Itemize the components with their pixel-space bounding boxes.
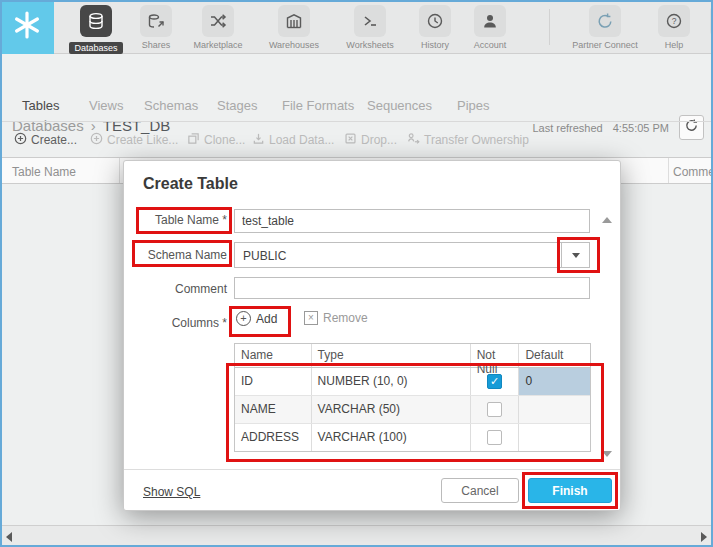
plus-circle-icon: +	[236, 311, 251, 326]
horizontal-scrollbar[interactable]	[0, 525, 713, 547]
create-like-button[interactable]: Create Like...	[90, 131, 178, 149]
scroll-down-icon[interactable]	[602, 451, 612, 457]
cell-name[interactable]: ID	[235, 368, 312, 395]
not-null-checkbox[interactable]: ✓	[487, 374, 502, 389]
nav-label-worksheets: Worksheets	[342, 40, 398, 50]
top-nav-bar: Databases Shares Marketplace Warehouses	[0, 0, 713, 54]
finish-button[interactable]: Finish	[528, 478, 612, 503]
tab-views[interactable]: Views	[89, 98, 123, 113]
column-header-comment[interactable]: Comment	[673, 165, 713, 179]
load-data-button[interactable]: Load Data...	[252, 131, 334, 149]
cancel-button[interactable]: Cancel	[441, 478, 519, 503]
nav-label-databases: Databases	[69, 42, 122, 54]
columns-grid-header: Name Type Not Null Default	[235, 344, 590, 368]
scroll-up-icon[interactable]	[602, 217, 612, 223]
comment-label: Comment	[132, 282, 227, 296]
grid-header-default[interactable]: Default	[519, 344, 590, 367]
marketplace-icon	[202, 5, 234, 37]
schema-name-label: Schema Name	[132, 248, 227, 262]
cell-default-selected[interactable]: 0	[519, 368, 590, 395]
column-row-address: ADDRESS VARCHAR (100)	[235, 424, 590, 451]
transfer-ownership-button[interactable]: Transfer Ownership	[407, 131, 529, 149]
grid-header-type[interactable]: Type	[312, 344, 471, 367]
add-column-label: Add	[256, 312, 277, 326]
nav-item-partial[interactable]	[698, 5, 713, 37]
breadcrumb-bar: Databases›TEST_DB Last refreshed4:55:05 …	[0, 54, 713, 88]
topbar-divider	[549, 9, 550, 45]
cell-not-null	[471, 396, 520, 423]
columns-label: Columns *	[132, 316, 227, 330]
create-button[interactable]: Create...	[14, 131, 77, 149]
tab-tables[interactable]: Tables	[22, 98, 60, 113]
cell-default[interactable]	[519, 424, 590, 451]
nav-item-account[interactable]: Account	[462, 5, 518, 50]
remove-column-label: Remove	[323, 311, 368, 325]
grid-header-not-null[interactable]: Not Null	[471, 344, 520, 367]
create-like-button-label: Create Like...	[107, 133, 178, 147]
account-icon	[474, 5, 506, 37]
snowflake-icon	[10, 8, 44, 46]
column-header-table-name[interactable]: Table Name	[12, 165, 76, 179]
clone-button[interactable]: Clone...	[187, 131, 245, 149]
table-actions-toolbar: Create... Create Like... Clone... Load D…	[0, 122, 713, 157]
nav-item-databases[interactable]: Databases	[68, 5, 124, 55]
column-divider	[119, 158, 120, 183]
table-name-input[interactable]	[234, 209, 590, 233]
columns-grid: Name Type Not Null Default ID NUMBER (10…	[234, 343, 591, 452]
tab-sequences[interactable]: Sequences	[367, 98, 432, 113]
transfer-ownership-button-label: Transfer Ownership	[424, 133, 529, 147]
shares-icon	[140, 5, 172, 37]
comment-input[interactable]	[234, 277, 590, 299]
schema-dropdown-button[interactable]	[561, 243, 589, 267]
nav-label-marketplace: Marketplace	[190, 40, 246, 50]
cell-name[interactable]: ADDRESS	[235, 424, 312, 451]
nav-item-history[interactable]: History	[407, 5, 463, 50]
tab-pipes[interactable]: Pipes	[457, 98, 490, 113]
remove-column-button[interactable]: × Remove	[304, 311, 368, 325]
cell-type[interactable]: VARCHAR (50)	[312, 396, 471, 423]
scroll-right-icon[interactable]	[701, 532, 707, 542]
grid-header-name[interactable]: Name	[235, 344, 312, 367]
table-name-label: Table Name *	[132, 213, 227, 227]
nav-item-help[interactable]: ? Help	[646, 5, 702, 50]
create-button-label: Create...	[31, 133, 77, 147]
drop-button[interactable]: Drop...	[344, 131, 397, 149]
load-data-button-label: Load Data...	[269, 133, 334, 147]
show-sql-link[interactable]: Show SQL	[143, 485, 200, 499]
object-tabs: Tables Views Schemas Stages File Formats…	[0, 88, 713, 122]
clone-icon	[187, 132, 200, 148]
cell-default[interactable]	[519, 396, 590, 423]
plus-circle-icon	[90, 132, 103, 148]
not-null-checkbox[interactable]	[487, 430, 502, 445]
snowflake-logo[interactable]	[0, 0, 54, 54]
add-column-button[interactable]: + Add	[236, 311, 277, 326]
nav-item-shares[interactable]: Shares	[128, 5, 184, 50]
nav-item-warehouses[interactable]: Warehouses	[266, 5, 322, 50]
nav-item-worksheets[interactable]: Worksheets	[342, 5, 398, 50]
nav-label-account: Account	[462, 40, 518, 50]
cell-type[interactable]: VARCHAR (100)	[312, 424, 471, 451]
not-null-checkbox[interactable]	[487, 402, 502, 417]
cell-not-null: ✓	[471, 368, 520, 395]
drop-icon	[344, 132, 357, 148]
cell-name[interactable]: NAME	[235, 396, 312, 423]
nav-item-partner-connect[interactable]: Partner Connect	[567, 5, 643, 50]
snowflake-classic-console: Databases Shares Marketplace Warehouses	[0, 0, 713, 547]
nav-label-shares: Shares	[128, 40, 184, 50]
tab-stages[interactable]: Stages	[217, 98, 257, 113]
scroll-left-icon[interactable]	[6, 532, 12, 542]
tab-file-formats[interactable]: File Formats	[282, 98, 354, 113]
schema-select[interactable]: PUBLIC	[234, 242, 590, 268]
plus-circle-icon	[14, 132, 27, 148]
dialog-footer-divider	[124, 469, 620, 470]
cell-type[interactable]: NUMBER (10, 0)	[312, 368, 471, 395]
help-icon: ?	[658, 5, 690, 37]
dialog-title: Create Table	[143, 175, 238, 193]
nav-label-warehouses: Warehouses	[266, 40, 322, 50]
history-icon	[419, 5, 451, 37]
chevron-down-icon	[572, 253, 580, 258]
drop-button-label: Drop...	[361, 133, 397, 147]
transfer-ownership-icon	[407, 132, 420, 148]
tab-schemas[interactable]: Schemas	[144, 98, 198, 113]
nav-item-marketplace[interactable]: Marketplace	[190, 5, 246, 50]
